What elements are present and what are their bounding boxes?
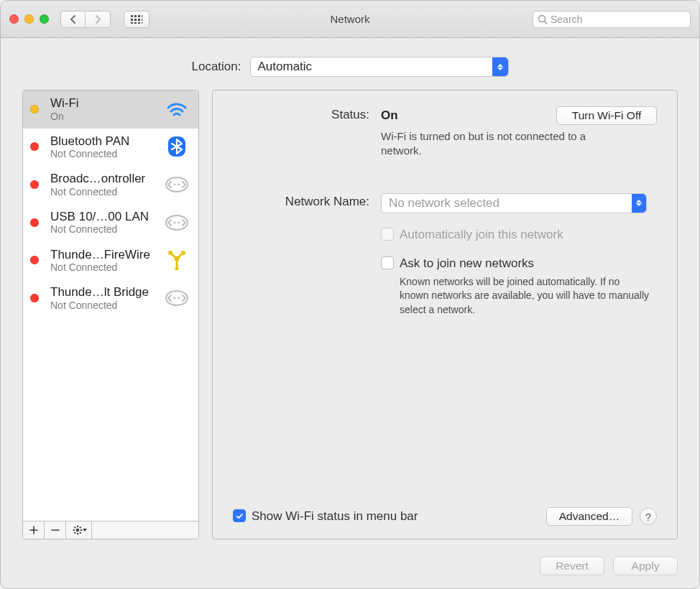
show-all-button[interactable] [124, 11, 149, 28]
minus-icon [51, 526, 60, 534]
help-button[interactable]: ? [640, 508, 657, 525]
service-item[interactable]: Wi-FiOn [23, 91, 198, 129]
svg-rect-9 [134, 22, 137, 24]
search-placeholder: Search [551, 14, 582, 25]
svg-point-16 [174, 184, 176, 186]
body: Wi-FiOnBluetooth PANNot ConnectedBroadc…… [22, 90, 678, 539]
network-preferences-window: Network Search Location: Automatic Wi-Fi… [0, 0, 700, 589]
grid-icon [131, 15, 142, 24]
svg-point-28 [166, 291, 188, 305]
ask-to-join-label: Ask to join new networks [400, 256, 534, 271]
status-dot-icon [30, 256, 39, 264]
status-dot-icon [30, 218, 39, 227]
wifi-icon [164, 98, 190, 121]
service-text: USB 10/…00 LANNot Connected [50, 210, 158, 236]
service-status: Not Connected [50, 148, 158, 159]
show-status-checkbox[interactable] [233, 509, 246, 522]
svg-rect-8 [131, 22, 133, 24]
add-service-button[interactable] [23, 521, 45, 539]
ethernet-icon [164, 287, 190, 310]
service-text: Bluetooth PANNot Connected [50, 134, 158, 160]
content: Location: Automatic Wi-FiOnBluetooth PAN… [1, 38, 699, 549]
service-item[interactable]: Thunde…lt BridgeNot Connected [23, 279, 198, 317]
service-status: On [50, 111, 158, 122]
svg-line-13 [545, 21, 548, 24]
svg-point-19 [174, 221, 176, 223]
service-actions-button[interactable] [66, 521, 92, 539]
svg-point-27 [175, 267, 179, 271]
services-list[interactable]: Wi-FiOnBluetooth PANNot ConnectedBroadc…… [23, 91, 198, 521]
svg-rect-0 [131, 15, 133, 17]
chevron-right-icon [95, 15, 101, 24]
window-controls [9, 14, 49, 24]
window-footer: Revert Apply [1, 549, 699, 588]
turn-wifi-off-button[interactable]: Turn Wi-Fi Off [556, 106, 657, 125]
svg-point-17 [178, 184, 180, 186]
svg-line-39 [74, 532, 75, 534]
network-name-popup[interactable]: No network selected [381, 193, 647, 213]
service-name: USB 10/…00 LAN [50, 210, 158, 224]
service-name: Bluetooth PAN [50, 134, 158, 149]
svg-point-26 [181, 251, 185, 255]
service-item[interactable]: USB 10/…00 LANNot Connected [23, 204, 198, 242]
location-value: Automatic [258, 60, 313, 74]
service-text: Wi-FiOn [50, 96, 158, 122]
popup-stepper-icon [492, 57, 508, 76]
svg-rect-3 [142, 15, 142, 17]
close-button[interactable] [9, 14, 19, 24]
forward-button[interactable] [86, 11, 111, 28]
network-name-label: Network Name: [233, 193, 369, 317]
service-text: Broadc…ontrollerNot Connected [50, 172, 158, 198]
apply-button[interactable]: Apply [613, 557, 678, 575]
status-dot-icon [30, 142, 39, 151]
ask-to-join-description: Known networks will be joined automatica… [400, 275, 651, 317]
svg-rect-5 [134, 19, 137, 21]
svg-rect-1 [134, 15, 137, 17]
popup-stepper-icon [632, 194, 646, 213]
service-text: Thunde…lt BridgeNot Connected [50, 285, 158, 311]
nav-buttons [60, 11, 111, 28]
svg-line-36 [74, 527, 75, 529]
svg-line-38 [80, 527, 81, 529]
ethernet-icon [164, 173, 190, 196]
minimize-button[interactable] [24, 14, 34, 24]
svg-point-18 [166, 215, 188, 230]
location-row: Location: Automatic [22, 57, 678, 77]
svg-point-25 [168, 251, 172, 255]
maximize-button[interactable] [40, 14, 49, 24]
services-sidebar: Wi-FiOnBluetooth PANNot ConnectedBroadc…… [22, 90, 199, 539]
remove-service-button[interactable] [45, 521, 66, 539]
service-item[interactable]: Broadc…ontrollerNot Connected [23, 166, 198, 204]
sidebar-footer [23, 521, 198, 539]
service-status: Not Connected [50, 186, 158, 198]
service-name: Thunde…lt Bridge [50, 285, 158, 300]
status-dot-icon [30, 294, 39, 302]
search-icon [538, 14, 548, 24]
location-popup[interactable]: Automatic [250, 57, 509, 77]
svg-rect-7 [142, 19, 142, 21]
ethernet-icon [164, 211, 190, 234]
service-name: Thunde…FireWire [50, 248, 158, 262]
search-field[interactable]: Search [533, 11, 691, 28]
service-item[interactable]: Bluetooth PANNot Connected [23, 129, 198, 167]
back-button[interactable] [60, 11, 86, 28]
svg-rect-4 [131, 19, 133, 21]
gear-icon [72, 525, 88, 535]
svg-point-29 [174, 297, 176, 300]
chevron-left-icon [70, 15, 76, 24]
service-item[interactable]: Thunde…FireWireNot Connected [23, 242, 198, 280]
svg-rect-11 [142, 22, 142, 24]
show-status-label: Show Wi-Fi status in menu bar [252, 509, 418, 524]
bluetooth-icon [164, 135, 190, 158]
revert-button[interactable]: Revert [540, 557, 604, 575]
service-text: Thunde…FireWireNot Connected [50, 248, 158, 274]
service-status: Not Connected [50, 300, 158, 311]
details-pane: Status: On Turn Wi-Fi Off Wi-Fi is turne… [212, 90, 678, 539]
status-value: On [381, 108, 398, 123]
advanced-button[interactable]: Advanced… [546, 507, 632, 526]
status-dot-icon [30, 105, 39, 113]
ask-to-join-checkbox[interactable] [381, 256, 394, 269]
svg-point-15 [166, 177, 188, 192]
svg-point-31 [75, 529, 78, 532]
status-description: Wi-Fi is turned on but is not connected … [381, 129, 625, 159]
